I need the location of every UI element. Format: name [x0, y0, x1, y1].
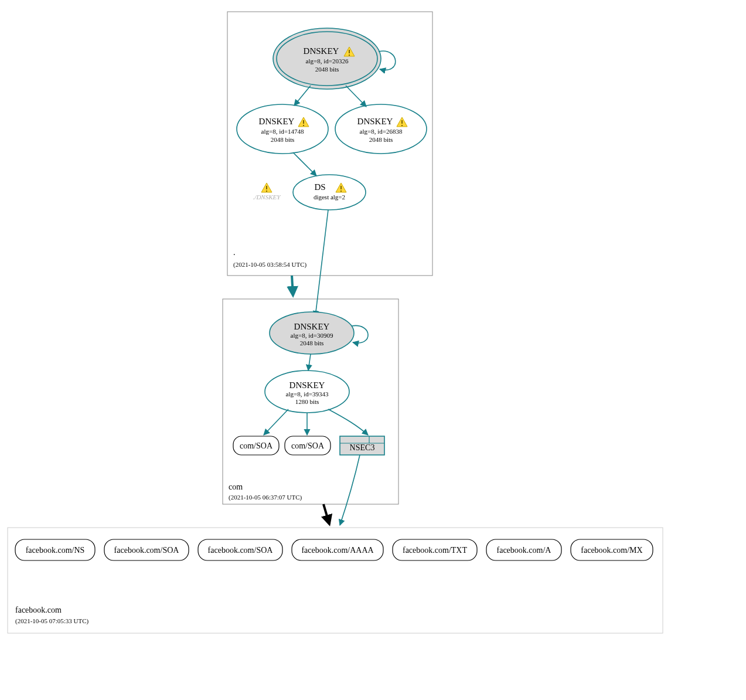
zone-root-ts: (2021-10-05 03:58:54 UTC) [233, 261, 307, 269]
dnssec-diagram: . (2021-10-05 03:58:54 UTC) DNSKEY alg=8… [0, 0, 746, 700]
svg-text:NSEC3: NSEC3 [350, 443, 375, 452]
svg-text:digest alg=2: digest alg=2 [314, 193, 345, 201]
svg-text:facebook.com/SOA: facebook.com/SOA [114, 546, 180, 555]
node-fb-mx: facebook.com/MX [571, 539, 653, 560]
svg-text:DNSKEY: DNSKEY [259, 117, 295, 126]
svg-text:DNSKEY: DNSKEY [304, 46, 339, 56]
zone-com-name: com [229, 482, 243, 491]
svg-text:1280 bits: 1280 bits [295, 398, 319, 405]
edge-ksk-zsk1 [294, 86, 311, 106]
node-root-zsk1: DNSKEY alg=8, id=14748 2048 bits [237, 104, 328, 154]
svg-text:com/SOA: com/SOA [240, 441, 273, 450]
edge-root-com-zone [292, 276, 293, 295]
svg-text:alg=8, id=20326: alg=8, id=20326 [306, 57, 349, 64]
svg-text:alg=8, id=14748: alg=8, id=14748 [261, 128, 304, 135]
node-com-ksk: DNSKEY alg=8, id=30909 2048 bits [270, 312, 354, 354]
svg-text:facebook.com/SOA: facebook.com/SOA [208, 546, 274, 555]
svg-text:facebook.com/AAAA: facebook.com/AAAA [301, 546, 374, 555]
svg-text:DNSKEY: DNSKEY [357, 117, 393, 126]
svg-text:alg=8, id=26838: alg=8, id=26838 [360, 128, 403, 135]
svg-text:facebook.com/TXT: facebook.com/TXT [403, 546, 467, 555]
node-fb-ns: facebook.com/NS [15, 539, 95, 560]
node-root-ds: DS digest alg=2 [293, 175, 366, 210]
zone-com-ts: (2021-10-05 06:37:07 UTC) [229, 494, 302, 501]
svg-text:alg=8, id=30909: alg=8, id=30909 [291, 332, 333, 339]
node-root-ghost: ./DNSKEY [253, 183, 282, 201]
edge-nsec-fb [340, 455, 360, 525]
svg-text:2048 bits: 2048 bits [300, 339, 324, 346]
node-root-ksk: DNSKEY alg=8, id=20326 2048 bits [273, 28, 381, 89]
zone-root-name: . [233, 248, 236, 257]
edge-com-fb-zone-black [323, 504, 329, 524]
svg-text:facebook.com/A: facebook.com/A [497, 546, 552, 555]
svg-point-17 [293, 175, 366, 210]
edge-comksk-comzsk [308, 354, 311, 371]
node-fb-txt: facebook.com/TXT [393, 539, 477, 560]
edge-ds-comksk [315, 210, 328, 317]
node-root-zsk2: DNSKEY alg=8, id=26838 2048 bits [335, 104, 427, 154]
svg-text:facebook.com/MX: facebook.com/MX [581, 546, 642, 555]
svg-text:DNSKEY: DNSKEY [294, 322, 330, 331]
edge-zsk-nsec [328, 409, 368, 435]
svg-text:DS: DS [314, 182, 325, 192]
svg-text:2048 bits: 2048 bits [315, 66, 339, 73]
edge-zsk1-ds [293, 152, 316, 176]
node-com-soa2: com/SOA [285, 436, 331, 455]
node-fb-a: facebook.com/A [486, 539, 561, 560]
svg-text:2048 bits: 2048 bits [271, 136, 295, 143]
svg-text:com/SOA: com/SOA [291, 441, 325, 450]
svg-text:DNSKEY: DNSKEY [289, 380, 325, 390]
edge-zsk-soa1 [264, 409, 288, 435]
node-com-nsec3: NSEC3 [340, 436, 384, 455]
zone-fb-name: facebook.com [15, 606, 62, 614]
node-fb-soa2: facebook.com/SOA [198, 539, 282, 560]
node-fb-soa1: facebook.com/SOA [104, 539, 189, 560]
edge-ksk-zsk2 [346, 86, 366, 107]
node-com-zsk: DNSKEY alg=8, id=39343 1280 bits [265, 371, 349, 413]
svg-text:2048 bits: 2048 bits [369, 136, 393, 143]
svg-text:./DNSKEY: ./DNSKEY [253, 193, 282, 201]
node-fb-aaaa: facebook.com/AAAA [292, 539, 383, 560]
svg-text:facebook.com/NS: facebook.com/NS [26, 546, 85, 555]
svg-text:alg=8, id=39343: alg=8, id=39343 [286, 390, 329, 397]
node-com-soa1: com/SOA [233, 436, 279, 455]
zone-fb-ts: (2021-10-05 07:05:33 UTC) [15, 617, 89, 625]
